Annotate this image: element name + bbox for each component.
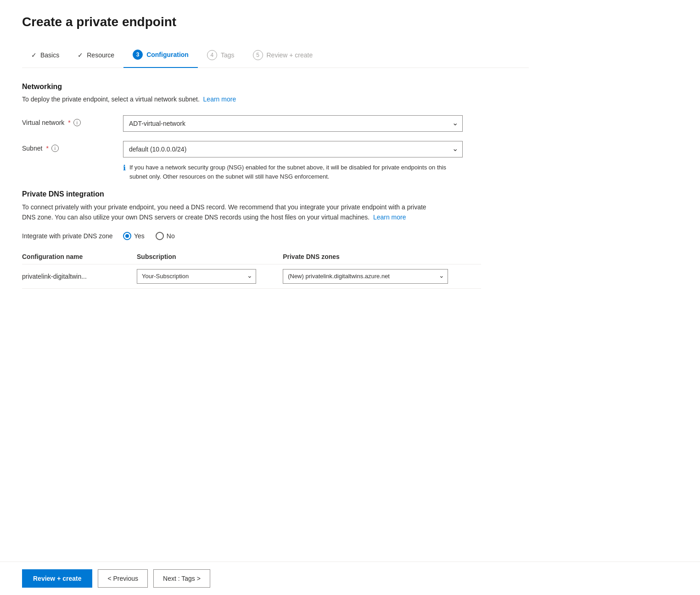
step-tags[interactable]: 4 Tags xyxy=(198,45,244,67)
subnet-label: Subnet * i xyxy=(22,141,123,152)
dns-subscription-dropdown[interactable]: Your-Subscription xyxy=(137,269,256,284)
step-basics-label: Basics xyxy=(40,51,59,59)
previous-button[interactable]: < Previous xyxy=(98,569,148,588)
dns-row-name: privatelink-digitaltwin... xyxy=(22,264,137,288)
step-configuration-circle: 3 xyxy=(133,50,143,60)
dns-integrate-row: Integrate with private DNS zone Yes No xyxy=(22,232,529,240)
step-review-label: Review + create xyxy=(267,51,313,59)
dns-description: To connect privately with your private e… xyxy=(22,202,435,223)
dns-zone-dropdown[interactable]: (New) privatelink.digitaltwins.azure.net xyxy=(283,269,448,284)
dns-radio-no-indicator xyxy=(156,232,164,240)
dns-col-sub: Subscription xyxy=(137,249,283,264)
dns-radio-no-label: No xyxy=(167,232,175,240)
virtual-network-row: Virtual network * i ADT-virtual-network xyxy=(22,115,529,132)
step-resource[interactable]: ✓ Resource xyxy=(68,46,123,66)
subnet-info-icon[interactable]: i xyxy=(51,145,59,152)
dns-radio-yes-indicator xyxy=(123,232,131,240)
networking-section: Networking To deploy the private endpoin… xyxy=(22,83,529,181)
dns-table: Configuration name Subscription Private … xyxy=(22,249,481,289)
page-title: Create a private endpoint xyxy=(22,15,529,29)
dns-radio-yes-label: Yes xyxy=(134,232,145,240)
subnet-control: default (10.0.0.0/24) ℹ If you have a ne… xyxy=(123,141,529,181)
nsg-notice-text: If you have a network security group (NS… xyxy=(129,163,463,181)
virtual-network-dropdown[interactable]: ADT-virtual-network xyxy=(123,115,463,132)
step-resource-label: Resource xyxy=(87,51,114,59)
virtual-network-required: * xyxy=(68,119,70,126)
virtual-network-info-icon[interactable]: i xyxy=(73,119,81,126)
virtual-network-label: Virtual network * i xyxy=(22,115,123,126)
step-configuration[interactable]: 3 Configuration xyxy=(123,44,198,68)
step-tags-label: Tags xyxy=(221,51,235,59)
dns-subscription-dropdown-wrap: Your-Subscription xyxy=(137,269,256,284)
subnet-dropdown[interactable]: default (10.0.0.0/24) xyxy=(123,141,463,157)
dns-learn-more[interactable]: Learn more xyxy=(373,213,406,221)
dns-radio-group: Yes No xyxy=(123,232,175,240)
dns-integrate-label: Integrate with private DNS zone xyxy=(22,232,123,240)
dns-title: Private DNS integration xyxy=(22,190,529,198)
dns-radio-no[interactable]: No xyxy=(156,232,175,240)
virtual-network-dropdown-wrap: ADT-virtual-network xyxy=(123,115,463,132)
dns-col-name: Configuration name xyxy=(22,249,137,264)
subnet-row: Subnet * i default (10.0.0.0/24) ℹ If yo… xyxy=(22,141,529,181)
networking-description: To deploy the private endpoint, select a… xyxy=(22,95,529,104)
nsg-info-icon: ℹ xyxy=(123,163,126,172)
step-configuration-label: Configuration xyxy=(146,51,189,58)
wizard-steps: ✓ Basics ✓ Resource 3 Configuration 4 Ta… xyxy=(22,44,529,68)
dns-section: Private DNS integration To connect priva… xyxy=(22,190,529,289)
networking-title: Networking xyxy=(22,83,529,91)
step-resource-check: ✓ xyxy=(78,51,83,59)
footer-bar: Review + create < Previous Next : Tags > xyxy=(0,561,700,595)
dns-radio-yes[interactable]: Yes xyxy=(123,232,145,240)
virtual-network-control: ADT-virtual-network xyxy=(123,115,529,132)
step-tags-circle: 4 xyxy=(207,50,217,60)
review-create-button[interactable]: Review + create xyxy=(22,569,92,588)
step-review-circle: 5 xyxy=(253,50,263,60)
dns-zone-dropdown-wrap: (New) privatelink.digitaltwins.azure.net xyxy=(283,269,448,284)
nsg-notice-box: ℹ If you have a network security group (… xyxy=(123,163,463,181)
step-review[interactable]: 5 Review + create xyxy=(244,45,322,67)
step-basics-check: ✓ xyxy=(31,51,37,59)
subnet-required: * xyxy=(46,145,48,152)
dns-table-row: privatelink-digitaltwin... Your-Subscrip… xyxy=(22,264,481,288)
dns-row-sub: Your-Subscription xyxy=(137,264,283,288)
dns-table-header: Configuration name Subscription Private … xyxy=(22,249,481,264)
dns-col-zone: Private DNS zones xyxy=(283,249,481,264)
step-basics[interactable]: ✓ Basics xyxy=(22,46,68,66)
subnet-dropdown-wrap: default (10.0.0.0/24) xyxy=(123,141,463,157)
next-button[interactable]: Next : Tags > xyxy=(153,569,210,588)
dns-table-body: privatelink-digitaltwin... Your-Subscrip… xyxy=(22,264,481,288)
networking-learn-more[interactable]: Learn more xyxy=(203,95,236,103)
dns-row-zone: (New) privatelink.digitaltwins.azure.net xyxy=(283,264,481,288)
